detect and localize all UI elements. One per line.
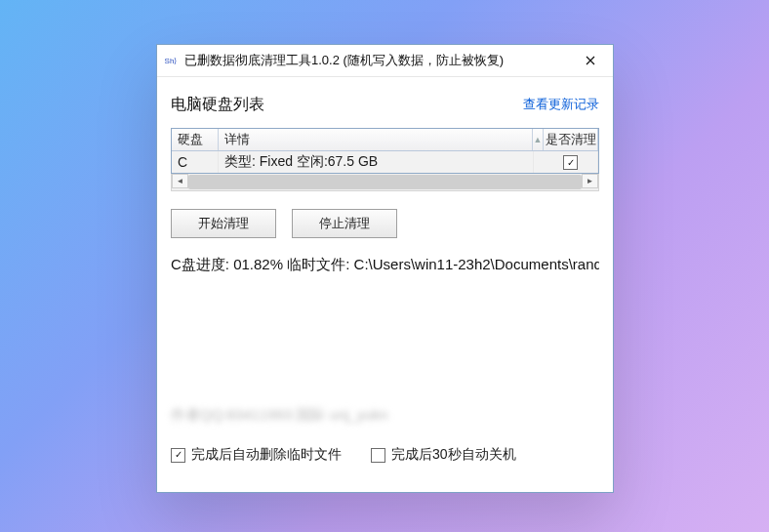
author-info-blurred: 作者QQ:83411993 国际 unj_yukn xyxy=(171,406,388,425)
scroll-thumb[interactable] xyxy=(188,175,582,189)
clean-checkbox[interactable]: ✓ xyxy=(563,155,578,170)
scroll-left-icon[interactable]: ◄ xyxy=(172,174,188,188)
disk-list-title: 电脑硬盘列表 xyxy=(171,95,523,115)
view-updates-link[interactable]: 查看更新记录 xyxy=(523,96,599,113)
header-splitter[interactable]: ▲ xyxy=(533,129,544,150)
col-disk-header[interactable]: 硬盘 xyxy=(172,129,219,150)
grid-header: 硬盘 详情 ▲ 是否清理 xyxy=(172,129,598,151)
close-icon xyxy=(586,56,595,65)
auto-shutdown-label: 完成后30秒自动关机 xyxy=(391,446,516,464)
options-row: ✓ 完成后自动删除临时文件 完成后30秒自动关机 xyxy=(171,446,516,464)
app-window: Sh⟩ 已删数据彻底清理工具1.0.2 (随机写入数据，防止被恢复) 电脑硬盘列… xyxy=(156,44,614,493)
horizontal-scrollbar[interactable]: ◄ ► xyxy=(171,174,599,191)
header-row: 电脑硬盘列表 查看更新记录 xyxy=(171,87,599,122)
auto-delete-temp-checkbox[interactable]: ✓ 完成后自动删除临时文件 xyxy=(171,446,342,464)
content-area: 电脑硬盘列表 查看更新记录 硬盘 详情 ▲ 是否清理 C 类型: Fixed 空… xyxy=(157,77,613,493)
titlebar[interactable]: Sh⟩ 已删数据彻底清理工具1.0.2 (随机写入数据，防止被恢复) xyxy=(157,45,613,77)
checkbox-icon xyxy=(371,448,385,463)
table-row[interactable]: C 类型: Fixed 空闲:67.5 GB ✓ xyxy=(172,151,598,173)
desktop-background: Sh⟩ 已删数据彻底清理工具1.0.2 (随机写入数据，防止被恢复) 电脑硬盘列… xyxy=(0,0,769,532)
auto-delete-temp-label: 完成后自动删除临时文件 xyxy=(191,446,342,464)
disk-cell: C xyxy=(172,151,219,173)
detail-cell: 类型: Fixed 空闲:67.5 GB xyxy=(219,151,534,173)
stop-clean-button[interactable]: 停止清理 xyxy=(292,209,397,238)
button-row: 开始清理 停止清理 xyxy=(171,209,599,238)
close-button[interactable] xyxy=(568,45,613,76)
checkbox-icon: ✓ xyxy=(171,448,185,463)
disk-grid: 硬盘 详情 ▲ 是否清理 C 类型: Fixed 空闲:67.5 GB ✓ xyxy=(171,128,599,174)
col-detail-header[interactable]: 详情 xyxy=(219,129,533,150)
progress-status: C盘进度: 01.82% 临时文件: C:\Users\win11-23h2\D… xyxy=(171,256,599,274)
auto-shutdown-checkbox[interactable]: 完成后30秒自动关机 xyxy=(371,446,516,464)
scroll-right-icon[interactable]: ► xyxy=(582,174,598,188)
col-clean-header[interactable]: 是否清理 xyxy=(544,129,598,150)
clean-cell[interactable]: ✓ xyxy=(544,151,598,173)
window-title: 已删数据彻底清理工具1.0.2 (随机写入数据，防止被恢复) xyxy=(184,52,568,69)
app-icon: Sh⟩ xyxy=(163,53,179,68)
start-clean-button[interactable]: 开始清理 xyxy=(171,209,276,238)
